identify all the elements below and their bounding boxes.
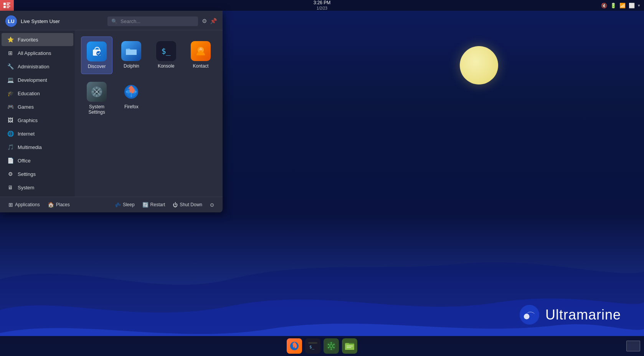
sidebar-item-label: Education bbox=[18, 91, 40, 96]
svg-point-2 bbox=[524, 314, 530, 320]
internet-icon: 🌐 bbox=[7, 130, 14, 137]
sidebar-item-label: Games bbox=[18, 104, 34, 110]
menu-body: ⭐ Favorites ⊞ All Applications 🔧 Adminis… bbox=[0, 30, 223, 197]
power-buttons: 💤 Sleep 🔄 Restart ⏻ Shut Down ⊙ bbox=[112, 200, 217, 209]
volume-icon[interactable]: 🔇 bbox=[601, 3, 607, 8]
dock-files[interactable] bbox=[342, 338, 357, 354]
sidebar-item-settings[interactable]: ⚙ Settings bbox=[2, 167, 73, 180]
firefox-icon bbox=[121, 82, 141, 102]
sidebar-item-internet[interactable]: 🌐 Internet bbox=[2, 127, 73, 140]
multimedia-icon: 🎵 bbox=[7, 144, 14, 151]
dock-firefox[interactable] bbox=[287, 338, 302, 354]
places-icon: 🏠 bbox=[48, 202, 54, 208]
clock-area: 3:26 PM 1/2/23 bbox=[314, 0, 331, 11]
svg-rect-3 bbox=[3, 3, 6, 5]
sidebar-item-all-applications[interactable]: ⊞ All Applications bbox=[2, 46, 73, 60]
sidebar-item-education[interactable]: 🎓 Education bbox=[2, 87, 73, 100]
applications-button[interactable]: ⊞ Applications bbox=[5, 200, 43, 209]
app-item-system-settings[interactable]: System Settings bbox=[81, 77, 112, 119]
battery-icon[interactable]: 🔋 bbox=[610, 3, 616, 8]
filter-icon[interactable]: ⚙ bbox=[202, 18, 207, 25]
app-item-firefox[interactable]: Firefox bbox=[116, 77, 147, 119]
search-input[interactable] bbox=[121, 18, 194, 24]
sidebar-item-label: Multimedia bbox=[18, 144, 42, 150]
sidebar-item-label: System bbox=[18, 185, 34, 190]
sidebar-item-games[interactable]: 🎮 Games bbox=[2, 100, 73, 113]
network-icon[interactable]: 📶 bbox=[619, 3, 626, 8]
show-desktop-button[interactable] bbox=[626, 341, 640, 351]
kontact-icon bbox=[191, 41, 211, 61]
user-name: Live System User bbox=[21, 18, 104, 24]
chevron-down-icon[interactable]: ▾ bbox=[638, 3, 640, 8]
education-icon: 🎓 bbox=[7, 90, 14, 97]
shutdown-icon: ⏻ bbox=[173, 202, 178, 208]
svg-point-36 bbox=[330, 345, 332, 347]
app-item-dolphin[interactable]: Dolphin bbox=[116, 36, 147, 74]
sleep-icon: 💤 bbox=[115, 202, 121, 208]
svg-rect-18 bbox=[96, 87, 97, 89]
content-area: Discover Dolphin bbox=[75, 30, 223, 197]
time-display: 3:26 PM bbox=[314, 0, 331, 6]
shutdown-button[interactable]: ⏻ Shut Down bbox=[170, 200, 205, 209]
app-grid: Discover Dolphin bbox=[81, 36, 216, 119]
svg-rect-7 bbox=[7, 6, 10, 7]
pin-icon[interactable]: 📌 bbox=[210, 18, 217, 25]
settings-icon: ⚙ bbox=[7, 171, 14, 177]
app-name-kontact: Kontact bbox=[193, 63, 209, 69]
taskbar-bottom: $_ bbox=[0, 336, 644, 356]
taskbar-top: 3:26 PM 1/2/23 🔇 🔋 📶 ⬜ ▾ bbox=[0, 0, 644, 11]
app-name-konsole: Konsole bbox=[158, 63, 174, 69]
app-item-discover[interactable]: Discover bbox=[81, 36, 112, 74]
display-icon[interactable]: ⬜ bbox=[629, 3, 635, 8]
sidebar-item-label: Favorites bbox=[18, 37, 38, 43]
sidebar-item-label: All Applications bbox=[18, 50, 51, 56]
games-icon: 🎮 bbox=[7, 103, 14, 110]
sidebar-item-office[interactable]: 📄 Office bbox=[2, 154, 73, 167]
app-item-kontact[interactable]: Kontact bbox=[185, 36, 216, 74]
menu-bottom: ⊞ Applications 🏠 Places 💤 Sleep 🔄 Restar… bbox=[0, 197, 223, 212]
bottom-nav: ⊞ Applications 🏠 Places bbox=[5, 200, 73, 209]
sidebar-item-administration[interactable]: 🔧 Administration bbox=[2, 60, 73, 73]
svg-text:$_: $_ bbox=[309, 344, 315, 349]
sidebar-item-system[interactable]: 🖥 System bbox=[2, 181, 73, 194]
sidebar-item-label: Development bbox=[18, 77, 47, 83]
avatar: LU bbox=[5, 15, 17, 27]
svg-point-1 bbox=[520, 305, 539, 325]
system-icon: 🖥 bbox=[7, 184, 14, 191]
sidebar-item-label: Administration bbox=[18, 64, 49, 70]
app-name-dolphin: Dolphin bbox=[124, 63, 139, 69]
brand-logo-icon bbox=[519, 304, 540, 325]
graphics-icon: 🖼 bbox=[7, 117, 14, 124]
dolphin-icon bbox=[121, 41, 141, 61]
places-button[interactable]: 🏠 Places bbox=[45, 200, 73, 209]
brand-name: Ultramarine bbox=[545, 307, 621, 323]
svg-rect-44 bbox=[345, 344, 354, 350]
sidebar-item-multimedia[interactable]: 🎵 Multimedia bbox=[2, 141, 73, 154]
sidebar: ⭐ Favorites ⊞ All Applications 🔧 Adminis… bbox=[0, 30, 75, 197]
svg-rect-6 bbox=[3, 6, 6, 8]
svg-rect-32 bbox=[308, 342, 317, 344]
app-name-firefox: Firefox bbox=[124, 104, 139, 109]
moon-decoration bbox=[460, 46, 498, 84]
sidebar-item-label: Settings bbox=[18, 171, 36, 177]
sidebar-item-label: Graphics bbox=[18, 118, 38, 123]
restart-icon: 🔄 bbox=[142, 202, 149, 208]
sidebar-item-label: Internet bbox=[18, 131, 35, 137]
sidebar-item-graphics[interactable]: 🖼 Graphics bbox=[2, 114, 73, 127]
konsole-icon: $_ bbox=[156, 41, 176, 61]
sidebar-item-favorites[interactable]: ⭐ Favorites bbox=[2, 33, 73, 46]
date-display: 1/2/23 bbox=[317, 6, 327, 11]
administration-icon: 🔧 bbox=[7, 63, 14, 70]
dock-terminal[interactable]: $_ bbox=[305, 338, 320, 354]
sleep-button[interactable]: 💤 Sleep bbox=[112, 200, 138, 209]
restart-button[interactable]: 🔄 Restart bbox=[139, 200, 168, 209]
svg-rect-5 bbox=[7, 4, 9, 5]
dock-system-settings[interactable] bbox=[324, 338, 339, 354]
app-item-konsole[interactable]: $_ Konsole bbox=[150, 36, 182, 74]
svg-rect-20 bbox=[100, 91, 102, 93]
search-icon: 🔍 bbox=[111, 18, 117, 24]
sidebar-item-development[interactable]: 💻 Development bbox=[2, 73, 73, 86]
app-launcher-icon[interactable] bbox=[0, 0, 14, 11]
more-options-button[interactable]: ⊙ bbox=[207, 200, 217, 209]
more-icon: ⊙ bbox=[210, 202, 214, 208]
